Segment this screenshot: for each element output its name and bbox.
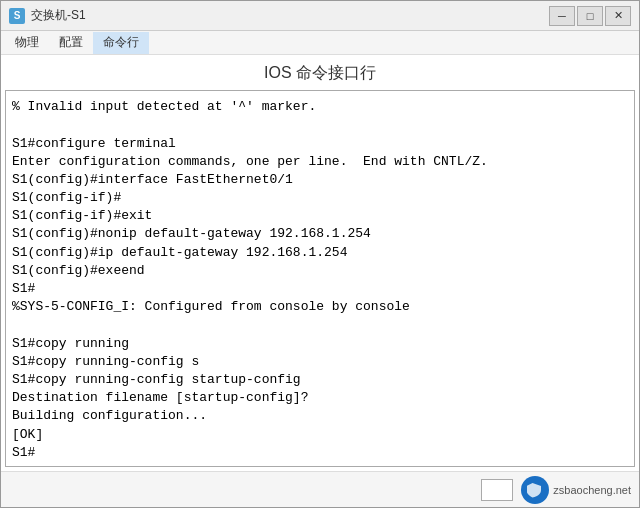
watermark-text: zsbaocheng.net xyxy=(553,484,631,496)
watermark: zsbaocheng.net xyxy=(521,476,631,504)
main-window: S 交换机-S1 ─ □ ✕ 物理 配置 命令行 IOS 命令接口行 S1#ip… xyxy=(0,0,640,508)
menu-item-config[interactable]: 配置 xyxy=(49,32,93,54)
window-controls: ─ □ ✕ xyxy=(549,6,631,26)
font-input[interactable] xyxy=(481,479,513,501)
app-icon: S xyxy=(9,8,25,24)
terminal-container: S1#ip de S1#ip def S1#ip defa S1#ip defa… xyxy=(1,90,639,471)
maximize-button[interactable]: □ xyxy=(577,6,603,26)
minimize-button[interactable]: ─ xyxy=(549,6,575,26)
shield-icon xyxy=(521,476,549,504)
menu-item-cli[interactable]: 命令行 xyxy=(93,32,149,54)
terminal-output[interactable]: S1#ip de S1#ip def S1#ip defa S1#ip defa… xyxy=(6,91,634,466)
menu-item-physics[interactable]: 物理 xyxy=(5,32,49,54)
page-title: IOS 命令接口行 xyxy=(1,55,639,90)
terminal-wrapper: S1#ip de S1#ip def S1#ip defa S1#ip defa… xyxy=(5,90,635,467)
window-title: 交换机-S1 xyxy=(31,7,549,24)
menu-bar: 物理 配置 命令行 xyxy=(1,31,639,55)
close-button[interactable]: ✕ xyxy=(605,6,631,26)
bottom-bar: zsbaocheng.net xyxy=(1,471,639,507)
title-bar: S 交换机-S1 ─ □ ✕ xyxy=(1,1,639,31)
